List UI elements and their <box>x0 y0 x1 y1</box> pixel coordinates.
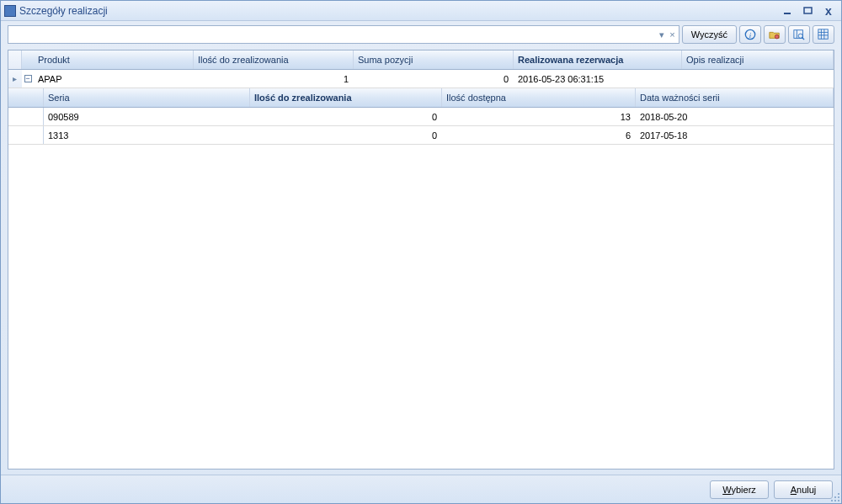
subcell-expiry: 2017-05-18 <box>636 126 834 144</box>
close-button[interactable]: x <box>819 4 838 18</box>
subcell-expiry: 2018-05-20 <box>636 108 834 125</box>
cancel-button[interactable]: Anuluj <box>774 480 833 499</box>
gutter-header <box>8 50 22 69</box>
dropdown-icon[interactable]: ▾ <box>658 29 666 40</box>
svg-point-16 <box>838 496 839 498</box>
expand-toggle[interactable]: − <box>22 70 34 88</box>
col-product[interactable]: Produkt <box>34 50 194 69</box>
svg-point-17 <box>831 500 833 501</box>
subcol-avail[interactable]: Ilość dostępna <box>442 88 636 107</box>
find-column-button[interactable] <box>788 25 810 44</box>
subcell-series: 1313 <box>44 126 250 144</box>
subgrid-row[interactable]: 1313 0 6 2017-05-18 <box>8 126 834 145</box>
info-button[interactable]: i <box>739 25 761 44</box>
clear-search-icon[interactable]: × <box>668 29 676 40</box>
grid-empty-area <box>8 145 834 469</box>
col-sum[interactable]: Suma pozycji <box>354 50 514 69</box>
folder-lock-button[interactable] <box>764 25 786 44</box>
svg-point-4 <box>775 34 779 39</box>
search-box: ▾ × <box>8 25 679 44</box>
subcol-series[interactable]: Seria <box>44 88 250 107</box>
svg-point-18 <box>834 500 836 501</box>
cell-desc <box>682 70 834 88</box>
cell-sum: 0 <box>354 70 514 88</box>
titlebar: Szczegóły realizacji x <box>1 1 841 21</box>
window-title: Szczegóły realizacji <box>19 5 777 17</box>
maximize-button[interactable] <box>799 4 818 18</box>
subcell-avail: 13 <box>442 108 636 125</box>
search-input[interactable] <box>12 29 658 40</box>
svg-point-19 <box>838 500 839 501</box>
clear-button[interactable]: Wyczyść <box>682 25 737 44</box>
current-row-icon: ▸ <box>13 74 17 83</box>
subcell-series: 090589 <box>44 108 250 125</box>
subcell-qty: 0 <box>250 108 442 125</box>
svg-text:i: i <box>749 31 752 40</box>
svg-line-8 <box>802 38 805 40</box>
toolbar: ▾ × Wyczyść i <box>1 21 841 48</box>
subcell-qty: 0 <box>250 126 442 144</box>
minimize-button[interactable] <box>779 4 797 18</box>
collapse-icon: − <box>24 75 32 82</box>
footer: Wybierz Anuluj <box>1 475 841 503</box>
subgrid-header: Seria Ilość do zrealizowania Ilość dostę… <box>8 88 834 108</box>
svg-rect-1 <box>804 8 812 13</box>
subcol-expiry[interactable]: Data ważności serii <box>636 88 834 107</box>
expand-header <box>22 50 34 69</box>
col-reservation[interactable]: Realizowana rezerwacja <box>514 50 682 69</box>
grid-view-button[interactable] <box>813 25 834 44</box>
cell-reservation: 2016-05-23 06:31:15 <box>514 70 682 88</box>
window: Szczegóły realizacji x ▾ × Wyczyść i <box>0 0 842 504</box>
app-icon <box>4 5 16 17</box>
svg-point-14 <box>838 493 839 495</box>
cell-product: APAP <box>34 70 194 88</box>
row-indicator: ▸ <box>8 70 22 88</box>
subcol-qty[interactable]: Ilość do zrealizowania <box>250 88 442 107</box>
grid-header: Produkt Ilość do zrealizowania Suma pozy… <box>8 50 834 70</box>
select-button[interactable]: Wybierz <box>710 480 769 499</box>
subcell-avail: 6 <box>442 126 636 144</box>
svg-rect-9 <box>818 29 828 39</box>
cell-qty: 1 <box>194 70 354 88</box>
data-grid: Produkt Ilość do zrealizowania Suma pozy… <box>8 50 834 470</box>
svg-point-15 <box>834 496 836 498</box>
resize-handle-icon[interactable] <box>829 491 840 502</box>
grid-row[interactable]: ▸ − APAP 1 0 2016-05-23 06:31:15 <box>8 70 834 88</box>
col-qty[interactable]: Ilość do zrealizowania <box>194 50 354 69</box>
col-desc[interactable]: Opis realizacji <box>682 50 834 69</box>
subgrid-row[interactable]: 090589 0 13 2018-05-20 <box>8 108 834 126</box>
